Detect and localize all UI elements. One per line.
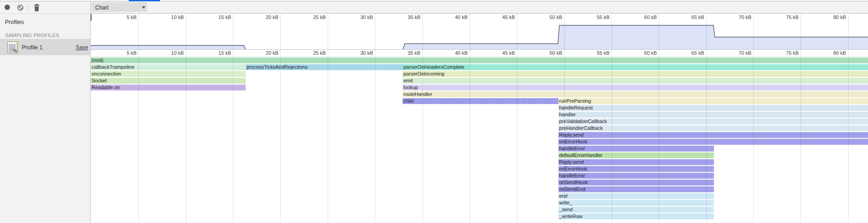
svg-text:%: %	[13, 48, 17, 53]
